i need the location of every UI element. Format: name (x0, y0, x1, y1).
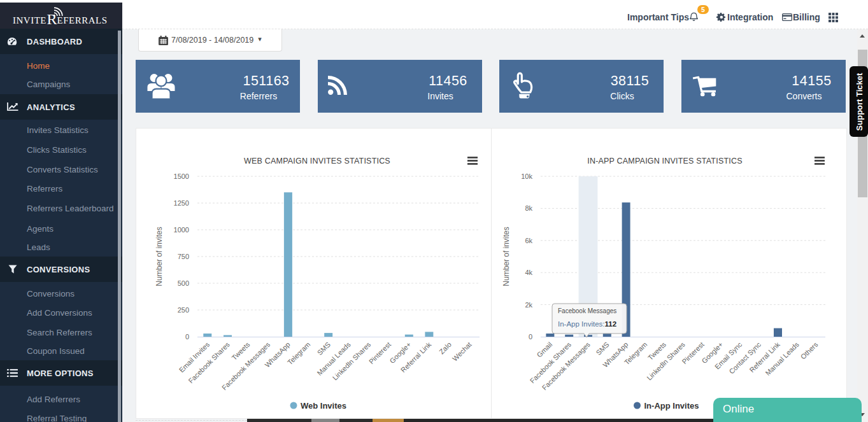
svg-text:SMS: SMS (316, 341, 332, 356)
svg-text:750: 750 (178, 253, 189, 260)
svg-text:0: 0 (185, 333, 189, 341)
svg-text:Wechat: Wechat (451, 341, 473, 363)
svg-text:In-App Invites: In-App Invites (644, 401, 699, 411)
svg-text:1500: 1500 (174, 172, 189, 180)
svg-text:Number of invites: Number of invites (155, 227, 164, 286)
svg-text:IN-APP CAMPAIGN INVITES STATIS: IN-APP CAMPAIGN INVITES STATISTICS (587, 157, 742, 165)
svg-text:In-App Invites:112: In-App Invites:112 (558, 320, 616, 328)
svg-text:250: 250 (178, 306, 189, 314)
svg-text:Facebook Messages: Facebook Messages (558, 307, 616, 314)
svg-text:Manual Leads: Manual Leads (764, 341, 800, 377)
svg-text:1000: 1000 (174, 226, 189, 234)
svg-text:LinkedIn Shares: LinkedIn Shares (331, 341, 373, 382)
svg-text:1250: 1250 (174, 199, 189, 207)
svg-text:10k: 10k (521, 172, 532, 180)
svg-text:4k: 4k (525, 269, 532, 276)
svg-text:WEB CAMPAIGN INVITES STATISTIC: WEB CAMPAIGN INVITES STATISTICS (244, 157, 390, 165)
svg-text:EFERRALS: EFERRALS (57, 15, 108, 25)
svg-text:6k: 6k (525, 237, 532, 244)
svg-text:500: 500 (178, 279, 189, 287)
svg-text:0: 0 (529, 333, 532, 341)
svg-text:2k: 2k (525, 301, 532, 309)
svg-text:Web Invites: Web Invites (301, 401, 346, 411)
svg-text:SMS: SMS (594, 341, 610, 356)
svg-text:INVITE: INVITE (13, 15, 46, 25)
svg-text:Others: Others (799, 341, 820, 361)
svg-text:Zalo: Zalo (438, 341, 453, 356)
svg-text:Pinterest: Pinterest (367, 341, 392, 365)
svg-text:8k: 8k (525, 204, 532, 212)
svg-text:Number of invites: Number of invites (502, 227, 511, 286)
